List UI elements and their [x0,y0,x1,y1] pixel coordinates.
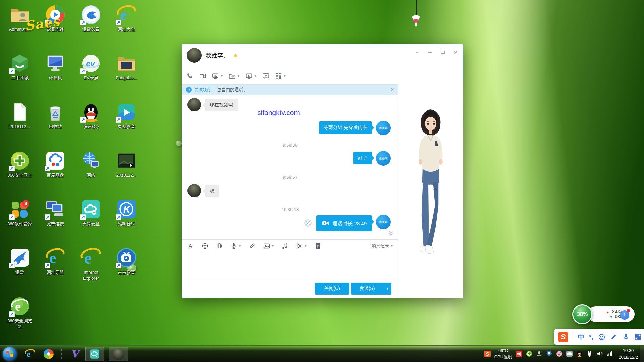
taskbar-browser-swirl-icon[interactable] [43,348,54,360]
tray-power-plug-icon[interactable] [586,351,593,357]
tshirt-heart-icon[interactable] [409,14,423,27]
notice-link[interactable]: 试试Q麦 [194,87,210,93]
svg-text:S: S [486,352,489,357]
tray-volume-icon[interactable] [596,351,603,357]
desktop-icon-video-thumb[interactable]: 2018112... [109,147,144,196]
maximize-button[interactable] [441,50,445,55]
desktop-icon-ie[interactable]: e网址大全 [109,1,144,50]
shortcut-arrow-icon [80,214,86,220]
desktop-icon-recycle[interactable]: 回收站 [38,99,73,147]
desktop-icon-network[interactable]: 网络 [73,147,108,196]
taskbar-button-tianyi-cloud[interactable] [85,347,104,361]
ime-punctuation-toggle[interactable]: °, [589,333,593,341]
desktop-icon-xunlei[interactable]: 迅雷 [2,244,37,293]
desktop-icon-green-box[interactable]: 二手商城 [2,50,37,99]
peer-avatar[interactable] [187,48,202,63]
taskbar-purple-v-icon[interactable]: V [69,348,80,360]
create-group-icon[interactable] [262,72,270,80]
sogou-logo-icon[interactable]: S [558,332,568,342]
ime-mode-toggle[interactable]: 中 [578,333,584,341]
desktop-icon-browser360[interactable]: e360安全浏览器 [2,293,37,342]
window-menu-caret-icon[interactable]: ▼ [415,50,419,55]
tray-baidu-ime-icon[interactable] [546,351,552,357]
divider [182,239,398,240]
desktop-icon-label: 360安全卫士 [7,173,32,178]
desktop-icon-ev[interactable]: evEV录屏 [73,50,108,99]
music-icon[interactable] [281,242,289,250]
dropdown-caret-icon[interactable]: ▼ [254,74,257,78]
self-avatar[interactable]: 借条网 [376,121,391,135]
remote-assist-icon[interactable]: ▼ [245,72,257,80]
emoji-icon[interactable] [201,242,209,250]
desktop-icon-broadband[interactable]: 宽带连接 [38,196,73,244]
dropdown-caret-icon[interactable]: ▼ [237,74,240,78]
notice-close-icon[interactable]: × [391,86,394,93]
desktop-icon-document[interactable]: 2018112... [2,99,37,147]
desktop-icon-jiji[interactable]: 吉吉影音 [109,244,144,293]
dropdown-caret-icon[interactable]: ▼ [283,74,286,78]
memory-ball-widget[interactable]: 38% [572,304,592,324]
desktop-icon-soft360[interactable]: 8360软件管家 [2,196,37,244]
desktop-icon-ie-big[interactable]: eInternet Explorer [73,244,108,293]
dropdown-caret-icon[interactable]: ▼ [304,244,307,248]
voice-record-icon[interactable]: ▼ [230,242,241,250]
ime-emoji-icon[interactable] [598,333,605,341]
self-avatar[interactable]: 借条网 [376,151,391,166]
taskbar-internet-explorer-icon[interactable]: e [24,348,36,360]
send-options-caret-icon[interactable]: ▼ [383,287,391,290]
voice-call-icon[interactable] [186,72,194,80]
start-button[interactable] [3,347,17,361]
desktop-icon-xunlei-player[interactable]: 迅雷影音 [73,1,108,50]
red-packet-icon[interactable]: ¥ [314,242,322,250]
message-history-button[interactable]: 消息记录▼ [372,243,393,249]
tray-qq-mini-icon[interactable] [576,351,583,357]
desktop-icon-computer[interactable]: 计算机 [38,50,73,99]
peer-avatar[interactable] [187,98,201,111]
qq-show-avatar[interactable] [413,104,448,261]
close-window-button[interactable]: × [454,50,458,55]
minimize-button[interactable] [428,50,432,55]
tray-pig-icon[interactable] [556,351,562,357]
send-button[interactable]: 发送(S) ▼ [351,283,391,295]
screen-share-icon[interactable]: ▼ [212,72,223,80]
tray-sogou-s-icon[interactable]: S [484,351,491,357]
close-button[interactable]: 关闭(C) [315,283,349,295]
show-desktop-button[interactable] [640,346,644,362]
call-record-bubble[interactable]: 通话时长 28:49 [316,215,372,231]
desktop-icon-qq[interactable]: 腾讯QQ [73,99,108,147]
image-icon[interactable]: ▼ [263,242,274,250]
tray-cloud-sync-icon[interactable] [566,351,573,357]
taskbar-clock[interactable]: 10:302018/12/2 [619,347,638,360]
desktop-icon-cctv[interactable]: 央视影音 [109,99,144,147]
dropdown-caret-icon[interactable]: ▼ [238,244,241,248]
dropdown-caret-icon[interactable]: ▼ [271,244,274,248]
font-icon[interactable]: A [187,242,194,250]
desktop-icon-ie[interactable]: e网址导航 [38,244,73,293]
desktop-icon-folder-dark[interactable]: FungoLiv... [109,50,144,99]
taskbar-button-qq-chat[interactable] [109,347,128,361]
cpu-temperature-tray[interactable]: 69°CCPU温度 [494,348,512,360]
ime-toolbox-icon[interactable] [634,333,642,341]
self-avatar[interactable]: 借条网 [376,215,391,229]
ime-handwrite-icon[interactable] [610,333,618,341]
desktop-icon-ball360[interactable]: 360安全卫士 [2,147,37,196]
apps-icon[interactable]: ▼ [275,72,286,80]
shake-icon[interactable] [216,242,223,250]
video-call-icon[interactable] [199,72,207,80]
ime-voice-icon[interactable] [622,333,630,341]
desktop-icon-tianyi[interactable]: 天翼云盘 [73,196,108,244]
send-file-icon[interactable]: ▼ [228,72,240,80]
dropdown-caret-icon[interactable]: ▼ [220,74,223,78]
tray-megaphone-icon[interactable] [516,351,522,357]
peer-avatar[interactable] [187,184,201,197]
tray-network-signal-icon[interactable] [606,351,613,357]
tray-ball360-icon[interactable] [526,351,532,357]
handwrite-icon[interactable] [249,242,256,250]
screenshot-icon[interactable]: ▼ [296,242,307,250]
tray-contact-icon[interactable] [536,351,542,357]
desktop-icon-kugou[interactable]: K酷狗音乐 [109,196,144,244]
scroll-to-bottom-icon[interactable] [388,231,393,237]
desktop-icon-baidupan[interactable]: 百度网盘 [38,147,73,196]
desktop-icon-label: 网址导航 [47,270,64,276]
svg-text:8: 8 [25,201,28,206]
